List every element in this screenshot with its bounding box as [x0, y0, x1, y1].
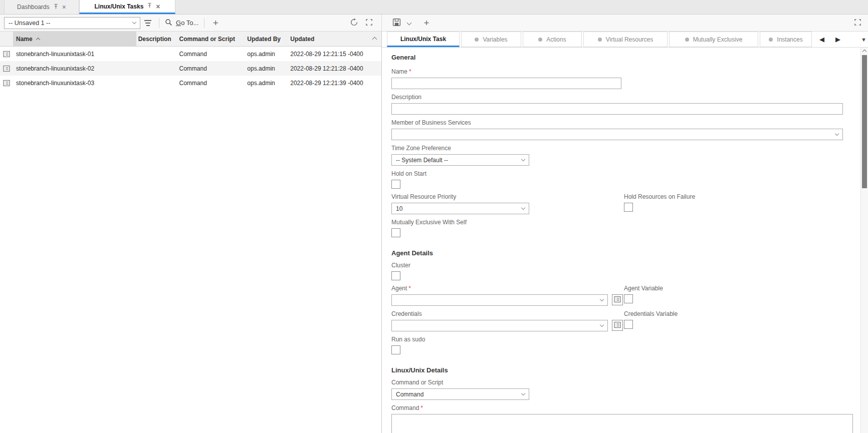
agent-combo[interactable]: [391, 294, 608, 306]
required-marker: *: [409, 68, 411, 75]
time-zone-preference-label: Time Zone Preference: [391, 145, 843, 152]
required-marker: *: [408, 285, 411, 292]
sort-ascending-icon: [36, 38, 40, 42]
task-details-icon[interactable]: [0, 65, 13, 72]
tab-linux-unix-task[interactable]: Linux/Unix Task: [387, 32, 460, 47]
view-selector[interactable]: -- Unsaved 1 --: [4, 17, 140, 29]
search-icon: [165, 19, 172, 28]
tab-instances[interactable]: Instances: [760, 32, 812, 47]
agent-variable-checkbox[interactable]: [624, 294, 633, 303]
new-view-button[interactable]: +: [209, 17, 222, 30]
refresh-icon: [350, 18, 358, 28]
agent-lookup-button[interactable]: [612, 294, 623, 305]
tab-virtual-resources[interactable]: Virtual Resources: [583, 32, 668, 47]
description-input[interactable]: [391, 103, 843, 115]
plus-icon: +: [423, 18, 429, 28]
chevron-down-icon: [600, 297, 604, 301]
scroll-up-button[interactable]: [861, 48, 868, 55]
tab-scroll-left-icon[interactable]: ◀: [819, 36, 824, 43]
save-menu-button[interactable]: [405, 17, 413, 30]
go-to-label: Go To...: [176, 19, 198, 27]
member-of-business-services-combo[interactable]: [391, 129, 843, 140]
filter-button[interactable]: [141, 17, 154, 30]
column-header-description[interactable]: Description: [136, 32, 177, 46]
maximize-button[interactable]: [851, 17, 864, 30]
cell-updated: 2022-08-29 12:21:15 -0400: [288, 47, 381, 61]
cell-updated-by: ops.admin: [245, 61, 288, 76]
run-as-sudo-checkbox[interactable]: [391, 345, 400, 354]
table-row[interactable]: stonebranch-linuxunixtask-03 Command ops…: [0, 76, 381, 90]
list-toolbar: -- Unsaved 1 -- Go To... +: [0, 15, 382, 31]
command-or-script-select[interactable]: Command: [391, 388, 529, 400]
task-details-icon[interactable]: [0, 80, 13, 87]
save-icon: [392, 18, 401, 28]
table-row[interactable]: stonebranch-linuxunixtask-02 Command ops…: [0, 61, 381, 76]
cell-updated-by: ops.admin: [245, 47, 288, 61]
mutually-exclusive-with-self-checkbox[interactable]: [391, 228, 400, 237]
tab-mutually-exclusive[interactable]: Mutually Exclusive: [669, 32, 758, 47]
workspace-tab-dashboards[interactable]: Dashboards ×: [4, 0, 79, 14]
credentials-lookup-button[interactable]: [612, 320, 623, 331]
required-marker: *: [420, 404, 423, 411]
task-details-icon[interactable]: [0, 51, 13, 58]
cell-name: stonebranch-linuxunixtask-02: [13, 61, 136, 76]
time-zone-preference-select[interactable]: -- System Default --: [391, 154, 529, 166]
close-icon[interactable]: ×: [156, 3, 160, 10]
credentials-variable-label: Credentials Variable: [624, 310, 678, 317]
name-input[interactable]: [391, 78, 621, 89]
pin-icon[interactable]: [53, 4, 59, 11]
hold-resources-on-failure-checkbox[interactable]: [624, 203, 633, 212]
cell-updated: 2022-08-29 12:21:28 -0400: [288, 61, 381, 76]
tab-dot-icon: [598, 38, 602, 42]
close-icon[interactable]: ×: [62, 4, 66, 11]
command-textarea[interactable]: [391, 414, 853, 433]
command-or-script-label: Command or Script: [391, 379, 843, 386]
workspace-tab-strip: Dashboards × Linux/Unix Tasks ×: [0, 0, 868, 15]
column-header-command-or-script[interactable]: Command or Script: [177, 32, 246, 46]
hold-resources-on-failure-label: Hold Resources on Failure: [624, 193, 695, 200]
cluster-checkbox[interactable]: [391, 271, 400, 280]
cell-updated-by: ops.admin: [245, 76, 288, 90]
icon-column-header[interactable]: [0, 32, 13, 46]
mutually-exclusive-with-self-label: Mutually Exclusive With Self: [391, 219, 843, 226]
tab-dot-icon: [685, 38, 689, 42]
run-as-sudo-label: Run as sudo: [391, 336, 843, 343]
tab-dot-icon: [769, 38, 773, 42]
workspace-tab-linux-unix-tasks[interactable]: Linux/Unix Tasks ×: [79, 0, 175, 14]
scrollbar-thumb[interactable]: [862, 55, 867, 188]
column-header-updated[interactable]: Updated: [288, 32, 381, 46]
virtual-resource-priority-select[interactable]: 10: [391, 203, 529, 214]
task-list-pane: Name Description Command or Script Updat…: [0, 32, 382, 433]
column-header-name[interactable]: Name: [13, 32, 136, 46]
tab-scroll-right-icon[interactable]: ▶: [835, 36, 840, 43]
refresh-button[interactable]: [347, 17, 360, 30]
new-record-button[interactable]: +: [420, 17, 433, 30]
cell-updated: 2022-08-29 12:21:39 -0400: [288, 76, 381, 90]
cell-command-or-script: Command: [177, 61, 246, 76]
tab-actions[interactable]: Actions: [523, 32, 582, 47]
credentials-variable-checkbox[interactable]: [624, 320, 633, 329]
pin-icon[interactable]: [147, 3, 152, 10]
credentials-combo[interactable]: [391, 320, 608, 331]
toolbar: -- Unsaved 1 -- Go To... + +: [0, 15, 868, 32]
hold-on-start-checkbox[interactable]: [391, 180, 400, 189]
task-detail-pane: Linux/Unix Task Variables Actions Virtua…: [382, 32, 868, 433]
cell-name: stonebranch-linuxunixtask-03: [13, 76, 136, 90]
table-row[interactable]: stonebranch-linuxunixtask-01 Command ops…: [0, 47, 381, 61]
chevron-down-icon: [600, 323, 604, 327]
save-button[interactable]: [390, 17, 403, 30]
cell-name: stonebranch-linuxunixtask-01: [13, 47, 136, 61]
tab-variables[interactable]: Variables: [461, 32, 521, 47]
section-heading-linux-unix-details: Linux/Unix Details: [391, 366, 843, 374]
cell-description: [136, 76, 177, 90]
go-to-button[interactable]: Go To...: [163, 19, 200, 28]
tab-overflow-icon[interactable]: ▼: [861, 37, 866, 43]
chevron-down-icon: [406, 21, 411, 26]
column-header-updated-by[interactable]: Updated By: [245, 32, 288, 46]
name-label: Name*: [391, 68, 843, 75]
credentials-label: Credentials: [391, 310, 843, 317]
form-scrollbar[interactable]: [860, 48, 868, 433]
section-heading-agent-details: Agent Details: [391, 249, 843, 257]
expand-list-button[interactable]: [362, 17, 375, 30]
agent-label: Agent*: [391, 285, 843, 292]
